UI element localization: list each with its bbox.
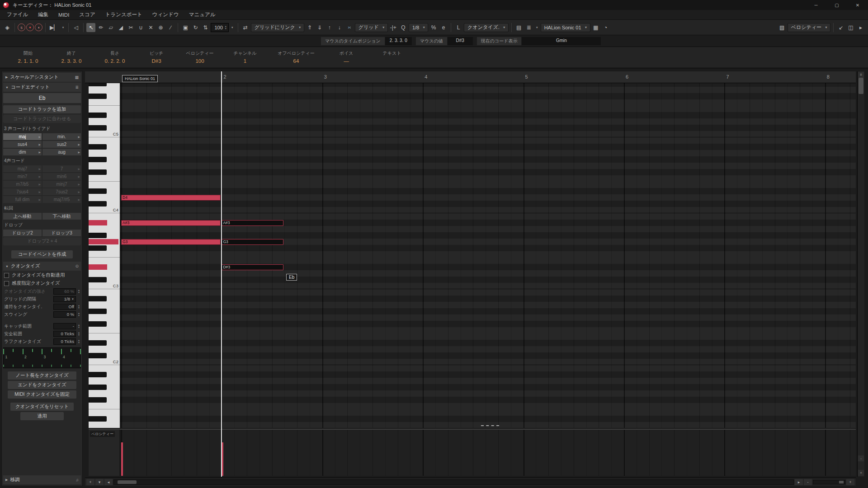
piano-key-white[interactable]	[89, 137, 120, 144]
nudge-start-left-button[interactable]: ⇑	[305, 23, 314, 32]
tetrad-button-3[interactable]: min6▶	[42, 173, 81, 180]
drop-button-0[interactable]: ドロップ2	[3, 230, 42, 236]
inversion-button-0[interactable]: 上へ移動	[3, 213, 42, 220]
independent-loop-button[interactable]: ↻	[191, 23, 200, 32]
piano-key-white[interactable]	[89, 289, 120, 296]
velocity-lane-label[interactable]: ベロシティー	[90, 431, 115, 437]
piano-key-white[interactable]	[89, 270, 120, 277]
scroll-right-button[interactable]: ▸	[795, 479, 803, 485]
audition-icon[interactable]: ◁	[71, 23, 80, 32]
piano-key-black[interactable]	[89, 245, 120, 251]
menu-item-2[interactable]: MIDI	[53, 10, 74, 19]
tetrad-button-6[interactable]: 7sus4▶	[3, 188, 42, 195]
pin-editor-button[interactable]: ◈	[3, 23, 12, 32]
length-quantize-letter[interactable]: L	[454, 23, 463, 32]
param-value-box[interactable]: 0 %	[53, 311, 76, 318]
ruler-options-button[interactable]: ≡	[858, 72, 864, 78]
midi-note[interactable]: A#3	[222, 220, 283, 226]
info-field[interactable]: 長さ0. 2. 2. 0	[93, 47, 137, 68]
piano-key-black[interactable]	[89, 188, 120, 194]
horizontal-scrollbar-thumb[interactable]	[118, 480, 137, 484]
iterative-quantize-button[interactable]: %	[429, 23, 438, 32]
velocity-bar[interactable]	[121, 442, 123, 476]
hzoom-in-button[interactable]: +	[846, 479, 854, 485]
tetrad-button-4[interactable]: m7/b5▶	[3, 181, 42, 188]
reset-quantize-button[interactable]: クオンタイズをリセット	[10, 403, 74, 411]
project-cursor[interactable]	[221, 71, 222, 477]
spinner-arrows[interactable]: ▲▼	[77, 324, 81, 328]
piano-key-black[interactable]	[89, 277, 120, 283]
param-value-box[interactable]: 60 %	[53, 288, 76, 295]
create-chord-event-button[interactable]: コードイベントを作成	[11, 250, 73, 258]
autoscroll-options-button[interactable]: ▾	[60, 23, 66, 32]
record-in-editor-button[interactable]: ●	[26, 23, 34, 31]
piano-key-white[interactable]	[89, 99, 120, 106]
controller-lane-presets-button[interactable]: ▾	[95, 479, 104, 485]
param-value-box[interactable]: 1/8▼	[53, 296, 76, 302]
piano-key-white[interactable]	[89, 409, 120, 416]
info-field[interactable]: テキスト	[367, 47, 417, 68]
close-button[interactable]: ✕	[847, 0, 868, 10]
erase-tool[interactable]: ▱	[106, 23, 115, 32]
draw-tool[interactable]: ✏	[96, 23, 105, 32]
param-value-box[interactable]: -	[53, 323, 76, 329]
tetrad-button-1[interactable]: 7▶	[42, 165, 81, 172]
triad-button-3[interactable]: sus2▶	[42, 141, 81, 148]
piano-key-black[interactable]	[89, 93, 120, 99]
snap-on-off-button[interactable]: ›‹	[345, 23, 354, 32]
minimize-button[interactable]: ─	[806, 0, 826, 10]
piano-key-white[interactable]	[89, 333, 120, 340]
lane-options-button[interactable]: ≣	[524, 23, 533, 32]
triad-button-4[interactable]: dim▶	[3, 149, 42, 155]
piano-key-black[interactable]	[89, 232, 120, 239]
info-field[interactable]: ボイス—	[326, 47, 367, 68]
info-field[interactable]: ベロシティー100	[176, 47, 223, 68]
piano-key-white[interactable]	[89, 302, 120, 308]
split-tool[interactable]: ✂	[126, 23, 135, 32]
piano-key-black[interactable]	[89, 416, 120, 422]
match-with-chord-track-button[interactable]: コードトラックに合わせる	[3, 115, 81, 123]
mute-tool[interactable]: ✕	[146, 23, 155, 32]
piano-key-white[interactable]	[89, 422, 120, 428]
piano-key-white[interactable]	[89, 118, 120, 125]
tetrad-button-9[interactable]: maj7/#5▶	[42, 196, 81, 203]
piano-key-white[interactable]	[89, 175, 120, 182]
glue-tool[interactable]: ∪	[136, 23, 145, 32]
soft-quantize-checkbox[interactable]	[4, 281, 9, 286]
info-field[interactable]: 終了2. 3. 3. 0	[50, 47, 93, 68]
horizontal-zoom-thumb[interactable]	[839, 481, 844, 483]
velocity-lane[interactable]: ベロシティー	[89, 429, 856, 476]
current-chord-display[interactable]: Eb	[3, 93, 81, 103]
spinner-arrows[interactable]: ▲▼	[77, 305, 81, 309]
add-chord-track-button[interactable]: コードトラックを追加	[3, 105, 81, 113]
midi-note[interactable]: D4	[121, 195, 221, 201]
nudge-start-right-button[interactable]: ⇓	[315, 23, 324, 32]
horizontal-scrollbar[interactable]	[113, 479, 794, 485]
menu-item-1[interactable]: 編集	[33, 10, 53, 19]
auto-apply-quantize-checkbox[interactable]	[4, 273, 9, 278]
midi-note[interactable]: A#3	[121, 220, 221, 226]
insert-velocity-menu-button[interactable]: ▾	[230, 23, 235, 32]
spinner-arrows[interactable]: ▲▼	[225, 25, 227, 30]
piano-keyboard[interactable]: C5C4C3C2C1	[89, 83, 120, 428]
piano-key-white[interactable]	[89, 403, 120, 409]
trim-tool[interactable]: ◢	[116, 23, 125, 32]
line-tool[interactable]: ∕	[166, 23, 175, 32]
event-colors-select[interactable]: ベロシティー▼	[788, 23, 830, 32]
piano-key-white[interactable]	[89, 365, 120, 371]
insert-velocity-spinner[interactable]: 100▲▼	[211, 23, 228, 32]
acoustic-feedback-button[interactable]: ◖	[35, 23, 42, 31]
show-note-expression-button[interactable]: ▦	[591, 23, 600, 32]
param-value-box[interactable]: 0 Ticks	[53, 338, 76, 345]
spinner-arrows[interactable]: ▲▼	[77, 332, 81, 336]
quantize-panel-button[interactable]: e	[439, 23, 448, 32]
triad-button-0[interactable]: maj▶	[3, 133, 42, 140]
section-transpose[interactable]: ▶ 移調 ♫	[3, 475, 81, 484]
tetrad-button-8[interactable]: full dim▶	[3, 196, 42, 203]
event-colors-icon[interactable]: ▧	[778, 23, 787, 32]
piano-key-black[interactable]	[89, 352, 120, 359]
piano-key-white[interactable]	[89, 182, 120, 188]
nudge-down-button[interactable]: ↓	[335, 23, 344, 32]
vertical-scrollbar[interactable]: ≡ - +	[857, 71, 864, 477]
quantize-ends-button[interactable]: エンドをクオンタイズ	[8, 381, 76, 389]
